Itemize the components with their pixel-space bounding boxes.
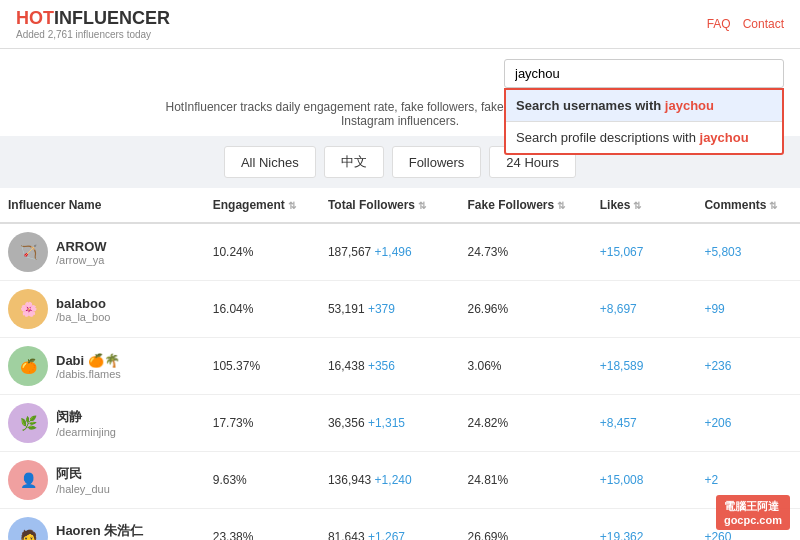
col-header-fake: Fake Followers⇅: [459, 188, 591, 223]
display-name-5: Haoren 朱浩仁: [56, 522, 143, 540]
avatar-3: 🌿: [8, 403, 48, 443]
cell-engagement-5: 23.38%: [205, 509, 320, 541]
cell-name-3: 🌿 闵静 /dearminjing: [0, 395, 205, 452]
cell-comments-1: +99: [696, 281, 800, 338]
watermark-line1: 電腦王阿達: [724, 499, 782, 514]
cell-comments-2: +236: [696, 338, 800, 395]
cell-fake-4: 24.81%: [459, 452, 591, 509]
cell-engagement-1: 16.04%: [205, 281, 320, 338]
cell-comments-3: +206: [696, 395, 800, 452]
influencer-table: Influencer Name Engagement⇅ Total Follow…: [0, 188, 800, 540]
avatar-5: 🧑: [8, 517, 48, 540]
table-row: 🍊 Dabi 🍊🌴 /dabis.flames 105.37% 16,438 +…: [0, 338, 800, 395]
cell-engagement-4: 9.63%: [205, 452, 320, 509]
col-header-name: Influencer Name: [0, 188, 205, 223]
col-header-comments: Comments⇅: [696, 188, 800, 223]
logo-hot: HOT: [16, 8, 54, 28]
username-3: /dearminjing: [56, 426, 116, 438]
nav-links: FAQ Contact: [707, 17, 784, 31]
name-block-4: 阿民 /haley_duu: [56, 465, 110, 495]
logo-subtitle: Added 2,761 influencers today: [16, 29, 170, 40]
cell-followers-2: 16,438 +356: [320, 338, 460, 395]
cell-name-1: 🌸 balaboo /ba_la_boo: [0, 281, 205, 338]
cell-engagement-2: 105.37%: [205, 338, 320, 395]
logo-inf: INFLUENCER: [54, 8, 170, 28]
display-name-0: ARROW: [56, 239, 107, 254]
name-block-2: Dabi 🍊🌴 /dabis.flames: [56, 353, 121, 380]
filter-all-niches[interactable]: All Niches: [224, 146, 316, 178]
search-profile-highlight: jaychou: [700, 130, 749, 145]
username-4: /haley_duu: [56, 483, 110, 495]
cell-likes-3: +8,457: [592, 395, 697, 452]
table-container: Influencer Name Engagement⇅ Total Follow…: [0, 188, 800, 540]
avatar-0: 🏹: [8, 232, 48, 272]
display-name-4: 阿民: [56, 465, 110, 483]
display-name-2: Dabi 🍊🌴: [56, 353, 121, 368]
cell-comments-0: +5,803: [696, 223, 800, 281]
search-username-highlight: jaychou: [665, 98, 714, 113]
cell-followers-4: 136,943 +1,240: [320, 452, 460, 509]
name-block-0: ARROW /arrow_ya: [56, 239, 107, 266]
table-row: 👤 阿民 /haley_duu 9.63% 136,943 +1,240 24.…: [0, 452, 800, 509]
name-block-1: balaboo /ba_la_boo: [56, 296, 110, 323]
cell-fake-3: 24.82%: [459, 395, 591, 452]
search-row: Search usernames with jaychou Search pro…: [16, 59, 784, 88]
cell-likes-2: +18,589: [592, 338, 697, 395]
table-row: 🧑 Haoren 朱浩仁 /haorened 23.38% 81,643 +1,…: [0, 509, 800, 541]
name-block-3: 闵静 /dearminjing: [56, 408, 116, 438]
cell-fake-0: 24.73%: [459, 223, 591, 281]
filter-followers[interactable]: Followers: [392, 146, 482, 178]
avatar-1: 🌸: [8, 289, 48, 329]
search-dropdown: Search usernames with jaychou Search pro…: [504, 88, 784, 155]
cell-name-5: 🧑 Haoren 朱浩仁 /haorened: [0, 509, 205, 541]
search-area: Search usernames with jaychou Search pro…: [0, 49, 800, 136]
display-name-1: balaboo: [56, 296, 110, 311]
col-header-followers: Total Followers⇅: [320, 188, 460, 223]
logo-area: HOTINFLUENCER Added 2,761 influencers to…: [16, 8, 170, 40]
cell-fake-1: 26.96%: [459, 281, 591, 338]
table-row: 🏹 ARROW /arrow_ya 10.24% 187,567 +1,496 …: [0, 223, 800, 281]
cell-fake-5: 26.69%: [459, 509, 591, 541]
col-header-engagement: Engagement⇅: [205, 188, 320, 223]
cell-name-2: 🍊 Dabi 🍊🌴 /dabis.flames: [0, 338, 205, 395]
avatar-2: 🍊: [8, 346, 48, 386]
watermark-line2: gocpc.com: [724, 514, 782, 526]
col-header-likes: Likes⇅: [592, 188, 697, 223]
display-name-3: 闵静: [56, 408, 116, 426]
cell-engagement-3: 17.73%: [205, 395, 320, 452]
username-1: /ba_la_boo: [56, 311, 110, 323]
top-nav: HOTINFLUENCER Added 2,761 influencers to…: [0, 0, 800, 49]
table-header-row: Influencer Name Engagement⇅ Total Follow…: [0, 188, 800, 223]
username-2: /dabis.flames: [56, 368, 121, 380]
cell-fake-2: 3.06%: [459, 338, 591, 395]
search-input[interactable]: [504, 59, 784, 88]
search-container: Search usernames with jaychou Search pro…: [504, 59, 784, 88]
cell-engagement-0: 10.24%: [205, 223, 320, 281]
cell-likes-0: +15,067: [592, 223, 697, 281]
cell-name-0: 🏹 ARROW /arrow_ya: [0, 223, 205, 281]
search-usernames-option[interactable]: Search usernames with jaychou: [506, 90, 782, 122]
table-row: 🌿 闵静 /dearminjing 17.73% 36,356 +1,315 2…: [0, 395, 800, 452]
table-row: 🌸 balaboo /ba_la_boo 16.04% 53,191 +379 …: [0, 281, 800, 338]
username-0: /arrow_ya: [56, 254, 107, 266]
cell-followers-3: 36,356 +1,315: [320, 395, 460, 452]
filter-language[interactable]: 中文: [324, 146, 384, 178]
cell-followers-0: 187,567 +1,496: [320, 223, 460, 281]
cell-likes-4: +15,008: [592, 452, 697, 509]
cell-followers-1: 53,191 +379: [320, 281, 460, 338]
table-body: 🏹 ARROW /arrow_ya 10.24% 187,567 +1,496 …: [0, 223, 800, 540]
cell-followers-5: 81,643 +1,267: [320, 509, 460, 541]
watermark: 電腦王阿達 gocpc.com: [716, 495, 790, 530]
search-profiles-option[interactable]: Search profile descriptions with jaychou: [506, 122, 782, 153]
cell-likes-5: +19,362: [592, 509, 697, 541]
contact-link[interactable]: Contact: [743, 17, 784, 31]
avatar-4: 👤: [8, 460, 48, 500]
faq-link[interactable]: FAQ: [707, 17, 731, 31]
name-block-5: Haoren 朱浩仁 /haorened: [56, 522, 143, 540]
cell-name-4: 👤 阿民 /haley_duu: [0, 452, 205, 509]
logo-text: HOTINFLUENCER: [16, 8, 170, 29]
cell-likes-1: +8,697: [592, 281, 697, 338]
